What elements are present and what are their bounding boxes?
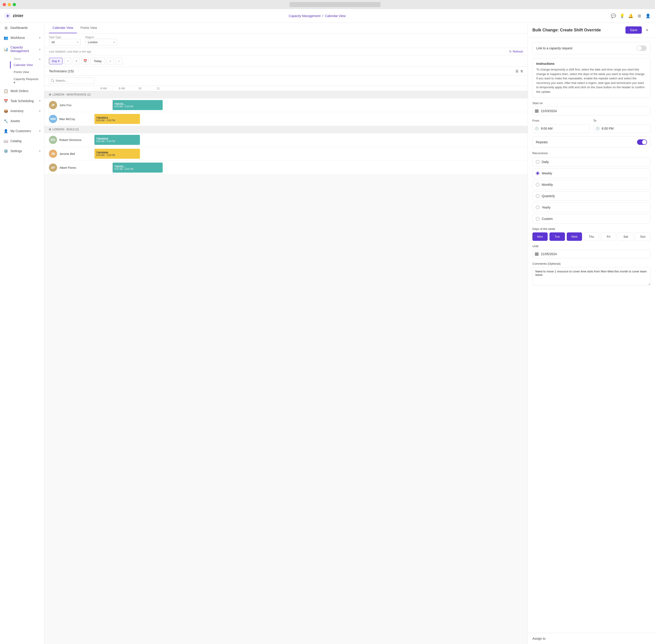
prev-btn[interactable]: ‹ bbox=[107, 58, 114, 64]
table-row: MM Max McCoy TSK00011 8:00 AM - 5:00 PM bbox=[44, 112, 528, 126]
yearly-radio[interactable] bbox=[536, 206, 540, 209]
recurrence-quarterly[interactable]: Quarterly bbox=[533, 191, 651, 201]
from-time-input[interactable] bbox=[533, 124, 590, 133]
avatar: AF bbox=[49, 163, 57, 172]
task-block[interactable]: TSKOO... 9:00 AM - 6:00 PM bbox=[113, 100, 163, 110]
group-name: LONDON - BUILD (2) bbox=[52, 128, 79, 131]
custom-radio[interactable] bbox=[536, 217, 540, 221]
sidebar-item-capacity-management[interactable]: 📊 Capacity Management ▴ bbox=[0, 43, 44, 55]
sidebar-item-workforce[interactable]: 👥 Workforce ▾ bbox=[0, 33, 44, 43]
next-btn[interactable]: › bbox=[115, 58, 122, 64]
recurrence-yearly[interactable]: Yearly bbox=[533, 203, 651, 212]
tech-name: Albert Flores bbox=[59, 166, 76, 169]
sidebar-item-inventory[interactable]: 📦 Inventory ▾ bbox=[0, 106, 44, 116]
header-icons: 💬 💡 🔔 ⊞ 👤 bbox=[611, 14, 651, 18]
message-icon[interactable]: 💬 bbox=[611, 14, 616, 18]
sidebar-item-assets[interactable]: 🔧 Assets bbox=[0, 116, 44, 126]
user-icon[interactable]: 👤 bbox=[646, 14, 651, 18]
weekly-radio[interactable] bbox=[536, 171, 540, 175]
capacity-link-toggle[interactable] bbox=[637, 45, 647, 51]
address-bar bbox=[290, 2, 381, 7]
close-window-btn[interactable] bbox=[3, 3, 6, 6]
breadcrumb-separator: / bbox=[322, 14, 323, 18]
until-date-input[interactable] bbox=[533, 250, 651, 258]
task-block[interactable]: TSKOO... 9:00 AM - 6:00 PM bbox=[113, 163, 163, 172]
sidebar-item-task-scheduling[interactable]: 📅 Task Scheduling ▾ bbox=[0, 96, 44, 106]
calendar-panel: Calendar View Points View Task Type All … bbox=[44, 23, 528, 644]
zoom-in-btn[interactable]: + bbox=[73, 58, 80, 64]
sort-icon[interactable]: ⇅ bbox=[520, 69, 523, 73]
app-header: zinier Capacity Management / Calendar Vi… bbox=[0, 9, 655, 23]
task-block[interactable]: TSK00018 8:00 AM - 5:00 PM bbox=[94, 135, 140, 145]
task-type-filter-group: Task Type All ▾ bbox=[49, 36, 81, 45]
apps-icon[interactable]: ⊞ bbox=[637, 14, 642, 18]
sidebar-item-calendar-view[interactable]: Calendar View bbox=[10, 62, 44, 68]
capacity-link-label: Link to a capacity request bbox=[536, 46, 572, 50]
task-block[interactable]: TSK00011 8:00 AM - 5:00 PM bbox=[94, 114, 140, 124]
help-icon[interactable]: 💡 bbox=[619, 14, 625, 18]
minimize-window-btn[interactable] bbox=[8, 3, 11, 6]
sidebar-item-label: Assets bbox=[10, 119, 20, 123]
sidebar-item-work-orders[interactable]: 📋 Work Orders bbox=[0, 86, 44, 96]
daily-radio[interactable] bbox=[536, 160, 540, 164]
chevron-down-icon: ▾ bbox=[39, 109, 41, 113]
sidebar-item-label: Settings bbox=[10, 149, 22, 153]
sidebar-capacity-sub: Views ▴ Calendar View Points View Capaci… bbox=[0, 55, 44, 86]
days-of-week-group: Days of the week Mon Tue Wed Thu Fri Sat… bbox=[533, 227, 651, 241]
tab-calendar-view[interactable]: Calendar View bbox=[49, 23, 77, 33]
calendar-icon: 📅 bbox=[4, 99, 8, 103]
chart-icon: 📊 bbox=[4, 47, 8, 51]
calendar-picker-btn[interactable]: 📅 bbox=[82, 58, 88, 64]
day-wed[interactable]: Wed bbox=[567, 232, 582, 241]
tech-info-john-fox: JF John Fox bbox=[44, 99, 94, 111]
sidebar-item-dashboards[interactable]: ⊞ Dashboards bbox=[0, 23, 44, 33]
sidebar-item-label: Catalog bbox=[10, 139, 21, 143]
task-type-select[interactable]: All ▾ bbox=[49, 39, 81, 45]
repeats-toggle[interactable] bbox=[637, 139, 647, 145]
notification-icon[interactable]: 🔔 bbox=[628, 14, 633, 18]
sidebar-item-catalog[interactable]: 📖 Catalog bbox=[0, 136, 44, 146]
sidebar-item-settings[interactable]: ⚙️ Settings ▾ bbox=[0, 146, 44, 156]
search-input[interactable] bbox=[49, 77, 94, 84]
quarterly-radio[interactable] bbox=[536, 194, 540, 198]
save-button[interactable]: Save bbox=[626, 26, 642, 34]
day-view-btn[interactable]: Day ▾ bbox=[49, 58, 63, 64]
recurrence-custom[interactable]: Custom bbox=[533, 214, 651, 224]
close-button[interactable]: × bbox=[643, 27, 651, 33]
sidebar-item-points-view[interactable]: Points View bbox=[10, 68, 44, 75]
zoom-out-btn[interactable]: − bbox=[64, 58, 71, 64]
day-mon[interactable]: Mon bbox=[533, 232, 548, 241]
maximize-window-btn[interactable] bbox=[13, 3, 16, 6]
filter-icon[interactable]: ☰ bbox=[516, 69, 519, 73]
sidebar-item-capacity-requests[interactable]: Capacity Requests ▾ bbox=[10, 75, 44, 86]
recurrence-daily[interactable]: Daily bbox=[533, 157, 651, 167]
recurrence-weekly[interactable]: Weekly bbox=[533, 168, 651, 178]
day-thu[interactable]: Thu bbox=[584, 232, 599, 241]
refresh-button[interactable]: ↻ Refresh bbox=[509, 50, 523, 53]
day-tue[interactable]: Tue bbox=[549, 232, 565, 241]
table-row: AF Albert Flores TSKOO... 9:00 AM - 6:00… bbox=[44, 161, 528, 175]
sidebar-item-my-customers[interactable]: 👤 My Customers ▾ bbox=[0, 126, 44, 136]
day-fri[interactable]: Fri bbox=[601, 232, 616, 241]
start-on-label: Start on bbox=[533, 101, 651, 105]
recurrence-monthly[interactable]: Monthly bbox=[533, 180, 651, 189]
region-select[interactable]: London ▾ bbox=[85, 39, 117, 45]
logo: zinier bbox=[4, 13, 23, 19]
from-label: From bbox=[533, 119, 590, 122]
start-date-input[interactable] bbox=[533, 107, 651, 115]
monthly-radio[interactable] bbox=[536, 183, 540, 186]
day-sat[interactable]: Sat bbox=[618, 232, 633, 241]
day-sun[interactable]: Sun bbox=[635, 232, 651, 241]
person-icon: 👤 bbox=[4, 129, 8, 133]
tab-points-view[interactable]: Points View bbox=[77, 23, 101, 33]
start-on-group: Start on bbox=[533, 101, 651, 115]
task-time: 9:00 AM - 6:00 PM bbox=[114, 168, 161, 170]
time-range-group: From 🕐 To 🕐 bbox=[533, 119, 651, 133]
avatar: RS bbox=[49, 136, 57, 144]
task-block[interactable]: TSK00040 8:00 AM - 5:00 PM bbox=[94, 149, 140, 159]
last-updated-text: Last Updated: Less than a min ago bbox=[49, 50, 507, 53]
today-button[interactable]: Today bbox=[90, 58, 105, 64]
to-group: To 🕐 bbox=[593, 119, 651, 133]
comments-textarea[interactable]: Need to move 1 resource to cover time sl… bbox=[533, 267, 651, 285]
to-time-input[interactable] bbox=[593, 124, 651, 133]
